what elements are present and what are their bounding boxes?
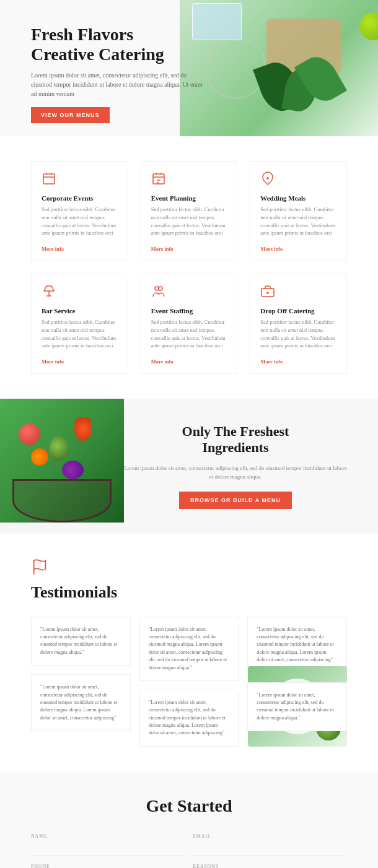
name-label: NAME (31, 833, 185, 839)
testimonial-card-1: "Lorem ipsum dolor sit amet, consectetur… (31, 617, 131, 666)
testimonial-text-4: "Lorem ipsum dolor sit amet, consectetur… (40, 684, 117, 721)
service-desc-bar: Sed porttitor lectus nibh. Curabitur non… (42, 318, 118, 350)
testimonials-header: Testimonials (31, 558, 347, 602)
ingredients-title: Only The Freshest Ingredients (124, 423, 347, 456)
service-desc-wedding: Sed porttitor lectus nibh. Curabitur non… (260, 206, 336, 237)
veggie-basket-image (0, 399, 124, 523)
hero-section: Fresh Flavors Creative Catering Lorem ip… (0, 0, 378, 136)
basket-base (12, 479, 112, 523)
pepper-image (74, 417, 92, 441)
ingredients-content: Only The Freshest Ingredients Lorem ipsu… (124, 423, 347, 509)
staffing-icon (151, 284, 227, 302)
service-card-wedding: Wedding Meals Sed porttitor lectus nibh.… (250, 161, 347, 261)
testimonials-col2: "Lorem ipsum dolor sit amet, consectetur… (139, 617, 239, 747)
testimonial-text-6: "Lorem ipsum dolor sit amet, consectetur… (257, 692, 333, 721)
ingredients-cta-button[interactable]: BROWSE OR BUILD A MENU (179, 492, 292, 509)
service-card-staffing: Event Staffing Sed porttitor lectus nibh… (141, 274, 238, 374)
phone-label: PHONE (31, 864, 185, 868)
testimonials-title: Testimonials (31, 583, 117, 602)
reasons-field-container: REASONS (193, 864, 347, 868)
email-field-container: EMAIL (193, 833, 347, 856)
wedding-icon (260, 171, 336, 189)
name-field-container: NAME (31, 833, 185, 856)
svg-point-3 (159, 287, 162, 290)
lime-1 (359, 12, 378, 40)
svg-rect-0 (43, 174, 55, 184)
services-section: Corporate Events Sed porttitor lectus ni… (0, 136, 378, 399)
service-card-bar: Bar Service Sed porttitor lectus nibh. C… (31, 274, 128, 374)
testimonial-card-2: "Lorem ipsum dolor sit amet, consectetur… (139, 617, 239, 681)
service-card-dropoff: Drop Off Catering Sed porttitor lectus n… (250, 274, 347, 374)
testimonial-text-5: "Lorem ipsum dolor sit amet, consectetur… (149, 700, 226, 736)
dropoff-icon (260, 284, 336, 302)
ingredients-section: Only The Freshest Ingredients Lorem ipsu… (0, 399, 378, 534)
purple-veg (62, 461, 84, 479)
bar-service-icon (42, 284, 118, 302)
service-card-corporate-events: Corporate Events Sed porttitor lectus ni… (31, 161, 128, 261)
services-grid-row1: Corporate Events Sed porttitor lectus ni… (31, 161, 347, 374)
testimonial-card-3: "Lorem ipsum dolor sit amet, consectetur… (247, 617, 347, 674)
email-input[interactable] (193, 841, 347, 856)
svg-point-2 (155, 287, 159, 290)
service-title-bar: Bar Service (42, 307, 118, 315)
ingredients-description: Lorem ipsum dolor sit amet, consectetur … (124, 464, 347, 482)
hero-description: Lorem ipsum dolor sit amet, consectetur … (31, 71, 204, 98)
orange-veg (31, 448, 48, 466)
service-link-bar[interactable]: More info (42, 358, 64, 365)
service-link-wedding[interactable]: More info (260, 246, 283, 252)
service-title-corporate: Corporate Events (42, 194, 118, 202)
service-link-dropoff[interactable]: More info (260, 358, 283, 365)
ingredients-image (0, 399, 124, 534)
service-desc-planning: Sed porttitor lectus nibh. Curabitur non… (151, 206, 227, 237)
phone-field-container: PHONE (31, 864, 185, 868)
hero-text-block: Fresh Flavors Creative Catering Lorem ip… (31, 25, 204, 123)
testimonial-card-5: "Lorem ipsum dolor sit amet, consectetur… (139, 690, 239, 747)
testimonials-col3: "Lorem ipsum dolor sit amet, consectetur… (247, 617, 347, 747)
testimonial-card-4: "Lorem ipsum dolor sit amet, consectetur… (31, 674, 131, 731)
service-title-wedding: Wedding Meals (260, 194, 336, 202)
service-link-planning[interactable]: More info (151, 246, 174, 252)
email-label: EMAIL (193, 833, 347, 839)
testimonial-text-2: "Lorem ipsum dolor sit amet, consectetur… (149, 627, 227, 671)
testimonial-text-1: "Lorem ipsum dolor sit amet, consectetur… (40, 627, 117, 655)
service-card-event-planning: Event Planning Sed porttitor lectus nibh… (141, 161, 238, 261)
reasons-label: REASONS (193, 864, 347, 868)
form-row-2: PHONE REASONS (31, 864, 347, 868)
hero-cta-button[interactable]: VIEW OUR MENUS (31, 107, 110, 123)
testimonials-col1: "Lorem ipsum dolor sit amet, consectetur… (31, 617, 131, 747)
testimonials-icon (31, 558, 48, 579)
corporate-events-icon (42, 171, 118, 189)
testimonial-card-6: "Lorem ipsum dolor sit amet, consectetur… (247, 682, 347, 732)
service-desc-staffing: Sed porttitor lectus nibh. Curabitur non… (151, 318, 227, 350)
hero-title: Fresh Flavors Creative Catering (31, 25, 204, 64)
service-link-corporate[interactable]: More info (42, 246, 64, 252)
tomato-image (19, 423, 40, 445)
event-planning-icon (151, 171, 227, 189)
name-input[interactable] (31, 841, 185, 856)
get-started-section: Get Started NAME EMAIL PHONE REASONS MES… (0, 771, 378, 868)
form-row-1: NAME EMAIL (31, 833, 347, 856)
testimonials-section: Testimonials "Lorem ipsum dolor sit amet… (0, 534, 378, 771)
hero-image (180, 0, 378, 136)
avocado-image (50, 436, 68, 461)
service-title-planning: Event Planning (151, 194, 227, 202)
service-link-staffing[interactable]: More info (151, 358, 174, 365)
service-desc-dropoff: Sed porttitor lectus nibh. Curabitur non… (260, 318, 336, 350)
get-started-title: Get Started (31, 796, 347, 816)
service-desc-corporate: Sed porttitor lectus nibh. Curabitur non… (42, 206, 118, 237)
service-title-dropoff: Drop Off Catering (260, 307, 336, 315)
herb-patch-image (248, 50, 372, 124)
service-title-staffing: Event Staffing (151, 307, 227, 315)
testimonials-grid: "Lorem ipsum dolor sit amet, consectetur… (31, 617, 347, 747)
testimonial-text-3: "Lorem ipsum dolor sit amet, consectetur… (257, 627, 333, 663)
